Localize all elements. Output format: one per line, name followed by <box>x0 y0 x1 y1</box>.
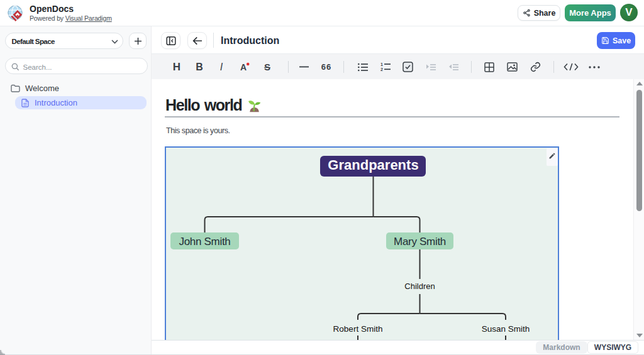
svg-text:A: A <box>240 62 247 72</box>
svg-text:Robert Smith: Robert Smith <box>333 324 383 334</box>
svg-text:John Smith: John Smith <box>179 236 230 248</box>
svg-text:Susan Smith: Susan Smith <box>482 324 530 334</box>
svg-text:1: 1 <box>380 62 383 67</box>
svg-text:2: 2 <box>380 67 383 72</box>
svg-text:Mary Smith: Mary Smith <box>394 236 446 248</box>
svg-text:Children: Children <box>404 281 435 291</box>
svg-text:Grandparents: Grandparents <box>328 157 418 173</box>
